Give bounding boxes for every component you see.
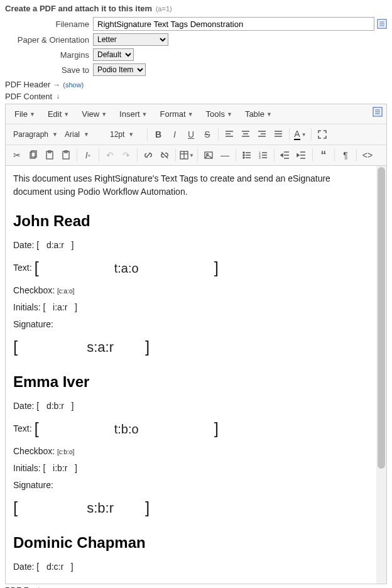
fullscreen-icon[interactable] [315,127,330,142]
cut-icon[interactable]: ✂ [9,148,24,163]
signer-3-name: Dominic Chapman [13,531,369,554]
arrow-right-icon: → [50,586,57,589]
undo-icon[interactable]: ↶ [102,148,117,163]
rich-text-editor: File▼ Edit▼ View▼ Insert▼ Format▼ Tools▼… [5,104,387,584]
copy-icon[interactable] [26,148,41,163]
tools-menu[interactable]: Tools▼ [201,107,237,121]
svg-point-33 [243,155,244,156]
arrow-down-icon: → [54,93,63,101]
outdent-icon[interactable] [278,148,293,163]
editor-content[interactable]: This document uses RightSignature's Text… [6,166,376,584]
redo-icon[interactable]: ↷ [119,148,134,163]
paper-label: Paper & Orientation [5,35,93,45]
scrollbar[interactable] [376,166,386,584]
link-icon[interactable] [141,148,156,163]
form-meta: (a=1) [156,5,172,13]
pdf-footer-section: PDF Footer → (show) [0,584,392,588]
signer-2-name: Emma Iver [13,371,369,393]
svg-point-31 [243,152,244,153]
filename-input[interactable] [93,17,374,31]
text-color-icon[interactable]: A▼ [293,127,308,142]
code-icon[interactable]: <> [360,148,375,163]
file-menu[interactable]: File▼ [9,107,40,121]
italic-icon[interactable]: I [167,127,182,142]
align-center-icon[interactable] [238,127,253,142]
saveto-select[interactable]: Podio Item [93,63,146,76]
number-list-icon[interactable]: 123 [256,148,271,163]
table-menu[interactable]: Table▼ [240,107,277,121]
field-options-icon[interactable] [377,19,387,29]
bullet-list-icon[interactable] [239,148,254,163]
view-menu[interactable]: View▼ [77,107,112,121]
underline-icon[interactable]: U [183,127,199,142]
editor-options-icon[interactable] [373,107,383,117]
show-header-link[interactable]: (show) [63,81,84,89]
format-toolbar: Paragraph▼ Arial▼ 12pt▼ B I U S A▼ [6,124,386,145]
clear-format-icon[interactable]: I× [80,148,95,163]
indent-icon[interactable] [294,148,309,163]
svg-text:3: 3 [259,156,261,160]
arrow-right-icon: → [53,80,60,89]
align-left-icon[interactable] [222,127,237,142]
unlink-icon[interactable] [157,148,172,163]
font-dropdown[interactable]: Arial▼ [61,129,105,140]
insert-menu[interactable]: Insert▼ [114,107,152,121]
strikethrough-icon[interactable]: S [200,127,215,142]
format-menu[interactable]: Format▼ [155,107,199,121]
paste-text-icon[interactable] [58,148,74,163]
image-icon[interactable] [201,148,216,163]
bold-icon[interactable]: B [151,127,166,142]
signer-1-name: John Read [13,210,369,232]
svg-point-35 [243,157,244,158]
menu-bar: File▼ Edit▼ View▼ Insert▼ Format▼ Tools▼… [6,104,386,124]
align-justify-icon[interactable] [271,127,286,142]
paste-icon[interactable] [42,148,57,163]
edit-menu[interactable]: Edit▼ [43,107,74,121]
paper-select[interactable]: Letter [93,33,168,46]
hr-icon[interactable]: — [217,148,232,163]
margins-label: Margins [5,50,93,60]
blockquote-icon[interactable]: “ [316,148,331,163]
saveto-label: Save to [5,65,93,75]
paragraph-dropdown[interactable]: Paragraph▼ [9,129,60,140]
filename-label: Filename [5,19,93,29]
scroll-thumb[interactable] [378,167,385,469]
form-header: Create a PDF and attach it to this item … [0,0,392,14]
align-right-icon[interactable] [254,127,270,142]
fontsize-dropdown[interactable]: 12pt▼ [106,129,144,140]
margins-select[interactable]: Default [93,48,134,61]
pdf-content-section: PDF Content → [0,90,392,102]
intro-text: This document uses RightSignature's Text… [13,172,369,199]
form-title: Create a PDF and attach it to this item [5,4,152,13]
pilcrow-icon[interactable]: ¶ [338,148,353,163]
table-icon[interactable]: ▼ [179,148,194,163]
pdf-header-section: PDF Header → (show) [0,79,392,90]
extra-toolbar: ✂ I× ↶ ↷ ▼ — 123 “ ¶ <> [6,145,386,166]
